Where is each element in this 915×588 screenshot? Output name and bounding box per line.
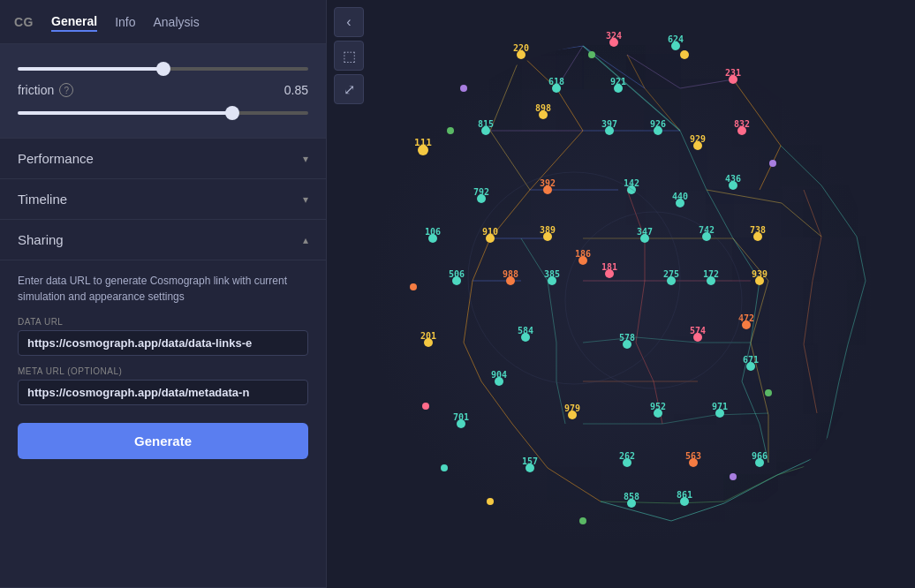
brand-logo: CG bbox=[14, 15, 34, 29]
performance-section-title: Performance bbox=[18, 151, 94, 166]
tab-info[interactable]: Info bbox=[115, 13, 135, 31]
slider-row-1 bbox=[18, 58, 308, 74]
svg-text:392: 392 bbox=[540, 178, 556, 188]
sharing-description: Enter data URL to generate Cosmograph li… bbox=[18, 273, 308, 305]
tab-analysis[interactable]: Analysis bbox=[154, 13, 200, 31]
svg-text:440: 440 bbox=[672, 192, 688, 201]
selection-icon: ⬚ bbox=[343, 48, 356, 64]
svg-text:624: 624 bbox=[668, 34, 684, 44]
svg-text:385: 385 bbox=[544, 269, 560, 279]
svg-text:979: 979 bbox=[564, 403, 580, 413]
svg-point-93 bbox=[680, 50, 689, 59]
friction-text: friction bbox=[18, 83, 54, 97]
graph-toolbar: ‹ ⬚ ⤢ bbox=[334, 7, 364, 104]
timeline-section-header[interactable]: Timeline ▾ bbox=[0, 179, 326, 220]
svg-text:262: 262 bbox=[619, 451, 635, 461]
sharing-section-title: Sharing bbox=[18, 232, 64, 247]
svg-text:861: 861 bbox=[677, 490, 692, 500]
svg-text:701: 701 bbox=[453, 412, 469, 422]
chevron-left-icon: ‹ bbox=[346, 14, 351, 30]
svg-text:157: 157 bbox=[522, 456, 538, 466]
timeline-section-title: Timeline bbox=[18, 192, 67, 207]
svg-text:738: 738 bbox=[750, 225, 766, 235]
svg-point-188 bbox=[765, 389, 772, 396]
slider-row-2 bbox=[18, 102, 308, 118]
svg-text:988: 988 bbox=[503, 269, 518, 279]
svg-text:971: 971 bbox=[712, 402, 728, 411]
svg-text:584: 584 bbox=[518, 326, 533, 335]
svg-point-187 bbox=[769, 160, 776, 167]
expand-icon: ⤢ bbox=[344, 81, 355, 98]
meta-url-input[interactable] bbox=[18, 380, 308, 405]
svg-text:578: 578 bbox=[619, 333, 635, 343]
svg-text:181: 181 bbox=[601, 262, 617, 272]
graph-visualization: 220 324 618 921 624 231 815 898 397 926 … bbox=[327, 0, 915, 588]
data-url-input[interactable] bbox=[18, 330, 308, 356]
svg-text:815: 815 bbox=[478, 119, 494, 129]
svg-text:142: 142 bbox=[624, 178, 639, 188]
svg-text:929: 929 bbox=[690, 134, 706, 144]
meta-url-label: meta URL (optional) bbox=[18, 366, 308, 376]
slider-2[interactable] bbox=[18, 111, 308, 115]
svg-text:106: 106 bbox=[425, 227, 441, 237]
svg-text:966: 966 bbox=[752, 451, 768, 461]
svg-text:832: 832 bbox=[734, 119, 750, 129]
svg-text:618: 618 bbox=[548, 77, 564, 87]
svg-text:926: 926 bbox=[650, 119, 666, 129]
svg-text:574: 574 bbox=[690, 326, 706, 335]
timeline-chevron-icon: ▾ bbox=[303, 193, 308, 206]
sharing-section-header[interactable]: Sharing ▴ bbox=[0, 220, 326, 260]
svg-point-185 bbox=[460, 85, 467, 92]
svg-text:275: 275 bbox=[663, 269, 679, 279]
svg-point-184 bbox=[447, 127, 454, 134]
svg-text:172: 172 bbox=[703, 269, 719, 279]
svg-text:111: 111 bbox=[414, 137, 432, 148]
svg-text:436: 436 bbox=[725, 174, 741, 184]
friction-help-icon[interactable]: ? bbox=[59, 83, 73, 97]
generate-button[interactable]: Generate bbox=[18, 423, 308, 459]
svg-text:231: 231 bbox=[725, 68, 741, 78]
right-panel: ‹ ⬚ ⤢ bbox=[327, 0, 915, 588]
svg-point-191 bbox=[487, 498, 494, 505]
performance-chevron-icon: ▾ bbox=[303, 153, 308, 165]
svg-text:910: 910 bbox=[482, 227, 498, 237]
svg-text:201: 201 bbox=[420, 331, 436, 341]
svg-text:506: 506 bbox=[449, 269, 465, 279]
friction-label: friction ? bbox=[18, 83, 73, 97]
svg-text:792: 792 bbox=[473, 187, 489, 197]
performance-section-header[interactable]: Performance ▾ bbox=[0, 139, 326, 179]
friction-label-row: friction ? 0.85 bbox=[18, 83, 308, 97]
svg-point-186 bbox=[588, 51, 595, 58]
svg-point-189 bbox=[730, 473, 737, 480]
top-nav: CG General Info Analysis bbox=[0, 0, 326, 44]
sharing-chevron-icon: ▴ bbox=[303, 234, 308, 246]
svg-text:898: 898 bbox=[535, 103, 551, 113]
svg-text:389: 389 bbox=[540, 225, 556, 235]
select-tool-button[interactable]: ⬚ bbox=[334, 41, 364, 71]
svg-text:397: 397 bbox=[601, 119, 617, 129]
fit-view-button[interactable]: ⤢ bbox=[334, 74, 364, 104]
svg-point-192 bbox=[441, 464, 448, 471]
svg-point-193 bbox=[422, 403, 429, 410]
svg-text:220: 220 bbox=[513, 43, 529, 53]
left-panel: CG General Info Analysis friction ? 0.85… bbox=[0, 0, 327, 588]
svg-text:952: 952 bbox=[650, 402, 666, 411]
svg-text:186: 186 bbox=[575, 249, 591, 259]
svg-text:939: 939 bbox=[752, 269, 768, 279]
svg-text:563: 563 bbox=[685, 451, 701, 461]
sharing-content: Enter data URL to generate Cosmograph li… bbox=[0, 260, 326, 588]
collapse-panel-button[interactable]: ‹ bbox=[334, 7, 364, 37]
sliders-section: friction ? 0.85 bbox=[0, 44, 326, 139]
svg-text:858: 858 bbox=[624, 492, 639, 501]
slider-1[interactable] bbox=[18, 67, 308, 71]
friction-value: 0.85 bbox=[284, 83, 308, 97]
svg-text:324: 324 bbox=[606, 31, 622, 41]
svg-text:347: 347 bbox=[637, 227, 653, 237]
svg-text:671: 671 bbox=[743, 355, 759, 365]
svg-point-194 bbox=[410, 283, 417, 290]
data-url-label: data URL bbox=[18, 317, 308, 327]
tab-general[interactable]: General bbox=[51, 12, 97, 32]
svg-text:921: 921 bbox=[610, 77, 626, 87]
svg-text:904: 904 bbox=[491, 370, 507, 380]
svg-point-190 bbox=[579, 517, 586, 524]
